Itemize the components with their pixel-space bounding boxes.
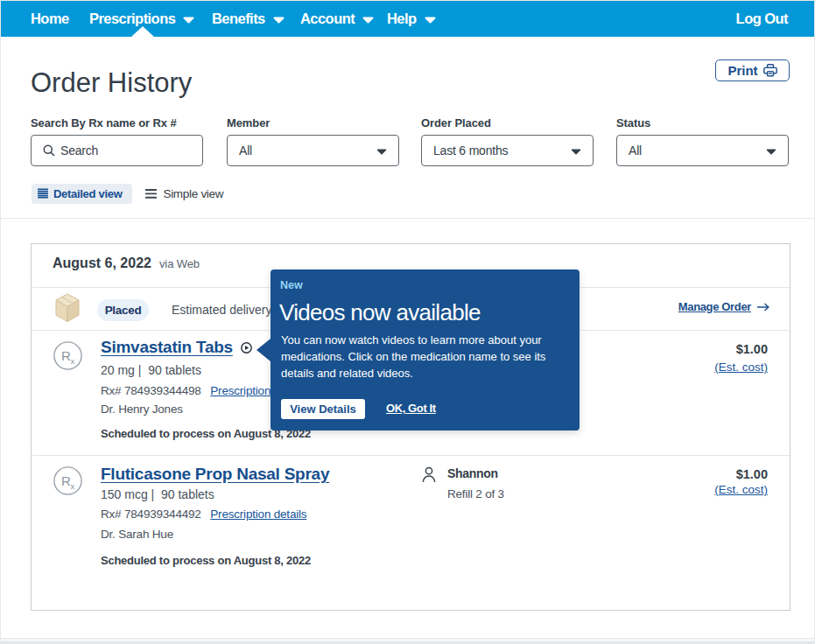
svg-text:R: R <box>61 348 71 363</box>
svg-text:x: x <box>71 356 75 366</box>
svg-text:R: R <box>61 473 71 488</box>
svg-text:x: x <box>71 481 75 491</box>
